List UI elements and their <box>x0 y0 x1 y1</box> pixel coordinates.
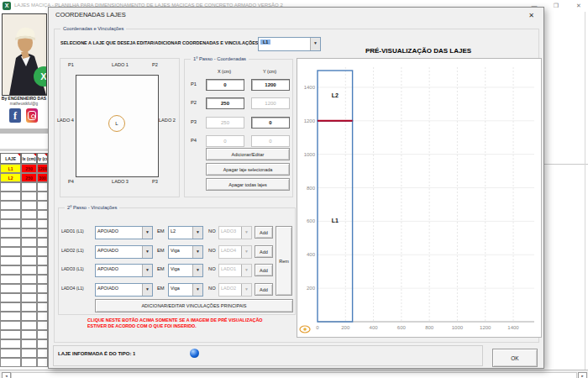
p4-x-input <box>206 135 244 147</box>
p1-x-input[interactable] <box>206 79 244 91</box>
lado4-row-label: LADO4 (L1) <box>61 286 84 291</box>
svg-text:400: 400 <box>370 325 379 330</box>
lado4-target-dropdown[interactable]: Viga▼ <box>168 283 203 297</box>
svg-text:1400: 1400 <box>304 85 316 90</box>
sheet-gray-band <box>0 129 48 134</box>
chevron-down-icon[interactable]: ▼ <box>192 265 202 276</box>
corner-p3-label: P3 <box>152 179 158 184</box>
preview-chart: 0200400600800100012001400200400600800100… <box>297 58 542 338</box>
cell-laje: L2 <box>0 173 21 182</box>
empty-sheet-row <box>0 265 48 275</box>
laje-table: LAJE lx (cm) ly (cm) L1 250 1200 L2 250 … <box>0 153 48 367</box>
lado3-label: LADO 3 <box>99 179 141 184</box>
group-legend: Coordenadas e Vinculações <box>60 26 126 31</box>
cell-lx: 250 <box>21 173 37 182</box>
facebook-icon[interactable]: f <box>9 108 21 123</box>
chevron-down-icon[interactable]: ▼ <box>142 284 152 296</box>
rem-button[interactable]: Rem <box>276 226 292 296</box>
excel-icon: X <box>3 2 11 10</box>
lado1-support-dropdown[interactable]: APOIADO▼ <box>95 226 153 239</box>
step1-legend: 1º Passo - Coordenadas <box>191 56 249 61</box>
warning-text: CLIQUE NESTE BOTÃO ACIMA SOMENTE SE A IM… <box>87 318 312 330</box>
lado3-add-button[interactable]: Add <box>255 264 273 276</box>
adicionar-editar-vinculacoes-button[interactable]: ADICIONAR/EDITAR VINCULAÇÕES PRINCIPAIS <box>95 299 293 312</box>
chevron-down-icon[interactable]: ▼ <box>142 227 152 239</box>
table-row: L1 250 1200 <box>0 164 48 173</box>
chevron-down-icon: ▼ <box>241 265 251 276</box>
slab-diagram-panel: P1 LADO 1 P2 LADO 4 LADO 2 P4 LADO 3 P3 … <box>60 58 180 197</box>
instagram-icon[interactable] <box>26 108 38 123</box>
apagar-laje-selecionada-button[interactable]: Apagar laje selecionada <box>206 163 290 176</box>
p1-row-label: P1 <box>191 81 197 87</box>
col-y-header: Y (cm) <box>251 69 288 74</box>
cell-laje: L1 <box>0 164 21 173</box>
p2-y-input <box>251 97 290 109</box>
chevron-down-icon: ▼ <box>241 227 251 239</box>
p4-y-input <box>251 135 290 147</box>
p1-y-input[interactable] <box>251 79 290 91</box>
help-sphere-icon <box>190 349 199 358</box>
empty-sheet-row <box>0 330 48 339</box>
sheet-right-area <box>543 12 588 370</box>
scroll-left-icon[interactable]: ◄ <box>2 372 11 378</box>
chevron-down-icon[interactable]: ▼ <box>192 284 202 296</box>
lado2-label: LADO 2 <box>159 118 176 123</box>
lado3-support-dropdown[interactable]: APOIADO▼ <box>95 264 153 277</box>
svg-text:1400: 1400 <box>507 325 519 330</box>
adicionar-editar-button[interactable]: Adicionar/Editar <box>206 148 290 160</box>
lado4-support-dropdown[interactable]: APOIADO▼ <box>95 283 153 297</box>
lado4-support-value: APOIADO <box>96 284 142 296</box>
apagar-todas-lajes-button[interactable]: Apagar todas lajes <box>206 178 290 191</box>
screen: X LAJES MACIÇA - PLANILHA PARA DIMENSION… <box>0 0 588 378</box>
empty-sheet-row <box>0 182 48 192</box>
svg-text:1200: 1200 <box>304 118 316 123</box>
p3-y-input[interactable] <box>251 117 290 129</box>
lado3-side-value: LADO1 <box>219 265 241 276</box>
svg-text:800: 800 <box>307 186 316 191</box>
lado2-row-label: LADO2 (L1) <box>61 248 84 253</box>
no-label: NO <box>208 248 216 253</box>
lado4-add-button[interactable]: Add <box>255 283 273 296</box>
p4-row-label: P4 <box>191 138 197 143</box>
slab-center-marker: L <box>108 115 125 132</box>
horizontal-scrollbar[interactable]: ◄ ► <box>0 370 588 378</box>
scrollbar-track[interactable] <box>11 372 577 378</box>
lado1-add-button[interactable]: Add <box>255 226 273 239</box>
empty-sheet-row <box>0 228 48 238</box>
chevron-down-icon[interactable]: ▼ <box>192 227 202 239</box>
empty-sheet-row <box>0 349 48 358</box>
cell-lx: 250 <box>21 164 37 173</box>
status-text: LAJE INFORMADA É DO TIPO: 1 <box>58 351 135 356</box>
maximize-icon[interactable]: ❐ <box>551 1 561 10</box>
lado1-target-dropdown[interactable]: L2▼ <box>168 226 203 239</box>
lado2-add-button[interactable]: Add <box>255 245 273 258</box>
email-text: matheustkful@g <box>0 102 48 106</box>
scroll-right-icon[interactable]: ► <box>578 372 587 378</box>
lado2-target-dropdown[interactable]: Viga▼ <box>168 245 203 259</box>
empty-sheet-row <box>0 201 48 210</box>
empty-sheet-row <box>0 256 48 265</box>
em-label: EM <box>157 266 165 271</box>
chevron-down-icon: ▼ <box>241 284 251 296</box>
ok-button[interactable]: OK <box>492 349 538 367</box>
empty-sheet-row <box>0 210 48 219</box>
chevron-down-icon[interactable]: ▼ <box>142 265 152 276</box>
lado3-row-label: LADO3 (L1) <box>61 266 84 271</box>
lado2-target-value: Viga <box>169 246 192 258</box>
lado4-target-value: Viga <box>169 284 192 296</box>
empty-sheet-row <box>0 302 48 312</box>
p2-x-input[interactable] <box>206 97 244 109</box>
corner-p4-label: P4 <box>68 179 74 184</box>
lado3-target-dropdown[interactable]: Viga▼ <box>168 264 203 277</box>
byline-text: By ENGENHEIRO DAS <box>0 96 48 101</box>
lado2-support-dropdown[interactable]: APOIADO▼ <box>95 245 153 259</box>
window-close-icon[interactable]: ✕ <box>574 1 584 10</box>
em-label: EM <box>157 248 165 253</box>
corner-p2-label: P2 <box>152 62 158 67</box>
chevron-down-icon[interactable]: ▼ <box>192 246 202 258</box>
lado3-side-dropdown: LADO1▼ <box>218 264 252 277</box>
chevron-down-icon[interactable]: ▼ <box>142 246 152 258</box>
dialog-close-icon[interactable]: ✕ <box>525 10 538 22</box>
svg-text:600: 600 <box>307 218 316 223</box>
empty-sheet-row <box>0 275 48 284</box>
